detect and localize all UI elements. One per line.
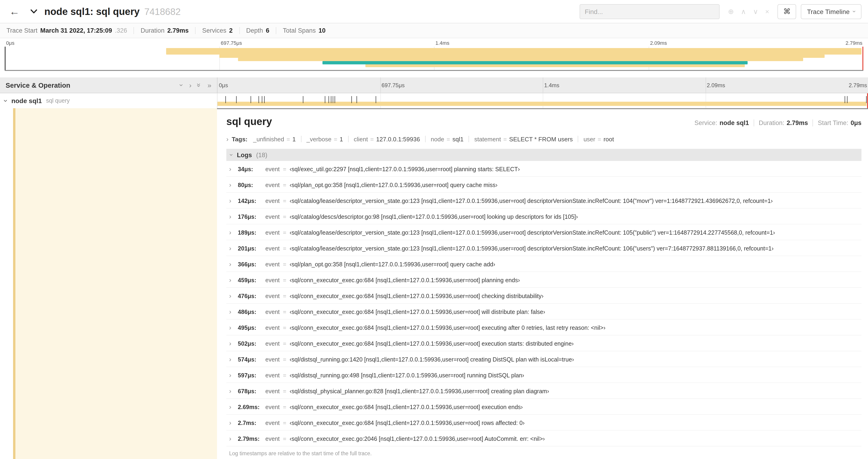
tags-row[interactable]: › Tags: _unfinished=1_verbose=1client=12…: [226, 135, 862, 143]
log-expand-icon[interactable]: ›: [229, 181, 231, 189]
log-marker: [335, 96, 335, 103]
minimap-right-scrubber[interactable]: [862, 47, 863, 70]
tag-value: root: [603, 135, 614, 142]
log-marker: [251, 96, 251, 103]
detail-meta-label: Service:: [694, 120, 717, 126]
log-row[interactable]: ›366μs:event=‹sql/plan_opt.go:358 [nsql1…: [226, 256, 862, 272]
log-value: ‹sql/conn_executor_exec.go:684 [nsql1,cl…: [289, 420, 525, 426]
summary-item-label: Trace Start: [6, 27, 37, 34]
log-key: event: [265, 325, 280, 331]
detail-body: sql query Service:node sql1Duration:2.79…: [13, 108, 868, 459]
log-row[interactable]: ›2.69ms:event=‹sql/conn_executor_exec.go…: [226, 399, 862, 415]
log-marker: [225, 96, 226, 103]
span-row-name-cell[interactable]: › node sql1 sql query: [0, 93, 217, 108]
prev-result-icon[interactable]: ∧: [741, 7, 746, 15]
minimap-span-bar: [238, 58, 803, 61]
log-expand-icon[interactable]: ›: [229, 355, 231, 363]
log-row[interactable]: ›2.7ms:event=‹sql/conn_executor_exec.go:…: [226, 415, 862, 431]
log-row[interactable]: ›574μs:event=‹sql/distsql_running.go:142…: [226, 351, 862, 367]
clear-search-icon[interactable]: ×: [765, 7, 769, 15]
log-expand-icon[interactable]: ›: [229, 435, 231, 442]
minimap-span-bar: [166, 48, 862, 55]
log-time: 2.7ms:: [238, 420, 262, 426]
log-equals: =: [283, 340, 286, 347]
log-time: 34μs:: [238, 166, 262, 173]
log-equals: =: [283, 245, 286, 252]
log-row[interactable]: ›486μs:event=‹sql/conn_executor_exec.go:…: [226, 304, 862, 320]
trace-minimap[interactable]: 0μs697.75μs1.4ms2.09ms2.79ms: [0, 38, 868, 71]
log-equals: =: [283, 420, 286, 426]
trace-timeline-view-button[interactable]: Trace Timeline ›: [801, 4, 862, 19]
log-expand-icon[interactable]: ›: [229, 308, 231, 315]
tick-label: 697.75μs: [381, 82, 405, 88]
log-expand-icon[interactable]: ›: [229, 213, 231, 220]
trace-collapse-chevron-icon[interactable]: [30, 7, 38, 15]
log-row[interactable]: ›142μs:event=‹sql/catalog/lease/descript…: [226, 193, 862, 208]
log-row[interactable]: ›2.79ms:event=‹sql/conn_executor_exec.go…: [226, 431, 862, 447]
log-expand-icon[interactable]: ›: [229, 165, 231, 173]
tags-label: Tags:: [232, 135, 247, 142]
collapse-all-icon[interactable]: »: [196, 83, 203, 87]
tick-label: 0μs: [219, 82, 228, 88]
log-row[interactable]: ›502μs:event=‹sql/conn_executor_exec.go:…: [226, 335, 862, 351]
tag-key: client: [354, 135, 368, 142]
log-expand-icon[interactable]: ›: [229, 244, 231, 252]
log-expand-icon[interactable]: ›: [229, 403, 231, 411]
log-equals: =: [283, 436, 286, 442]
tags-expand-icon[interactable]: ›: [226, 135, 228, 143]
log-row[interactable]: ›459μs:event=‹sql/conn_executor_exec.go:…: [226, 272, 862, 288]
log-key: event: [265, 388, 280, 395]
log-equals: =: [283, 166, 286, 173]
log-row[interactable]: ›176μs:event=‹sql/catalog/descs/descript…: [226, 208, 862, 224]
log-expand-icon[interactable]: ›: [229, 260, 231, 268]
log-expand-icon[interactable]: ›: [229, 371, 231, 379]
log-time: 459μs:: [238, 277, 262, 284]
collapse-one-icon[interactable]: ›: [179, 84, 186, 86]
find-input[interactable]: [580, 4, 720, 19]
back-button[interactable]: ←: [6, 3, 22, 19]
log-row[interactable]: ›80μs:event=‹sql/plan_opt.go:358 [nsql1,…: [226, 177, 862, 193]
expand-one-icon[interactable]: ›: [189, 81, 192, 89]
log-expand-icon[interactable]: ›: [229, 339, 231, 347]
logs-header[interactable]: › Logs (18): [226, 149, 862, 161]
span-row-timeline[interactable]: [217, 93, 868, 108]
log-row[interactable]: ›476μs:event=‹sql/conn_executor_exec.go:…: [226, 288, 862, 304]
summary-item-label: Duration: [141, 27, 164, 34]
log-time: 495μs:: [238, 325, 262, 331]
locate-icon[interactable]: ⊕: [728, 7, 734, 15]
span-duration-bar[interactable]: [217, 102, 867, 106]
next-result-icon[interactable]: ∨: [753, 7, 758, 15]
span-row[interactable]: › node sql1 sql query: [0, 93, 868, 108]
tag-key: user: [584, 135, 595, 142]
keyboard-shortcuts-button[interactable]: ⌘: [778, 4, 796, 19]
summary-item-label: Total Spans: [283, 27, 316, 34]
log-row[interactable]: ›678μs:event=‹sql/distsql_physical_plann…: [226, 383, 862, 399]
log-row[interactable]: ›597μs:event=‹sql/distsql_running.go:498…: [226, 367, 862, 383]
log-row[interactable]: ›34μs:event=‹sql/exec_util.go:2297 [nsql…: [226, 161, 862, 177]
expand-all-icon[interactable]: »: [208, 81, 211, 89]
logs-collapse-icon[interactable]: ›: [228, 154, 236, 156]
minimap-canvas[interactable]: [5, 47, 863, 71]
summary-item: Total Spans10: [276, 27, 332, 34]
log-row[interactable]: ›201μs:event=‹sql/catalog/lease/descript…: [226, 240, 862, 256]
log-time: 476μs:: [238, 293, 262, 299]
detail-meta-item: Duration:2.79ms: [754, 120, 808, 126]
tag-equals: =: [370, 135, 374, 142]
log-expand-icon[interactable]: ›: [229, 292, 231, 299]
log-expand-icon[interactable]: ›: [229, 197, 231, 204]
log-expand-icon[interactable]: ›: [229, 387, 231, 395]
log-value: ‹sql/conn_executor_exec.go:684 [nsql1,cl…: [289, 277, 520, 284]
log-expand-icon[interactable]: ›: [229, 276, 231, 284]
log-row[interactable]: ›495μs:event=‹sql/conn_executor_exec.go:…: [226, 320, 862, 335]
log-expand-icon[interactable]: ›: [229, 229, 231, 236]
tag-separator: [348, 136, 349, 142]
log-row[interactable]: ›189μs:event=‹sql/catalog/lease/descript…: [226, 224, 862, 240]
log-expand-icon[interactable]: ›: [229, 419, 231, 426]
minimap-left-scrubber[interactable]: [5, 47, 6, 70]
log-key: event: [265, 245, 280, 252]
timeline-controls: › › » »: [181, 81, 211, 89]
log-expand-icon[interactable]: ›: [229, 324, 231, 331]
span-collapse-icon[interactable]: ›: [2, 100, 10, 102]
tag-equals: =: [334, 135, 337, 142]
log-marker: [331, 96, 331, 103]
